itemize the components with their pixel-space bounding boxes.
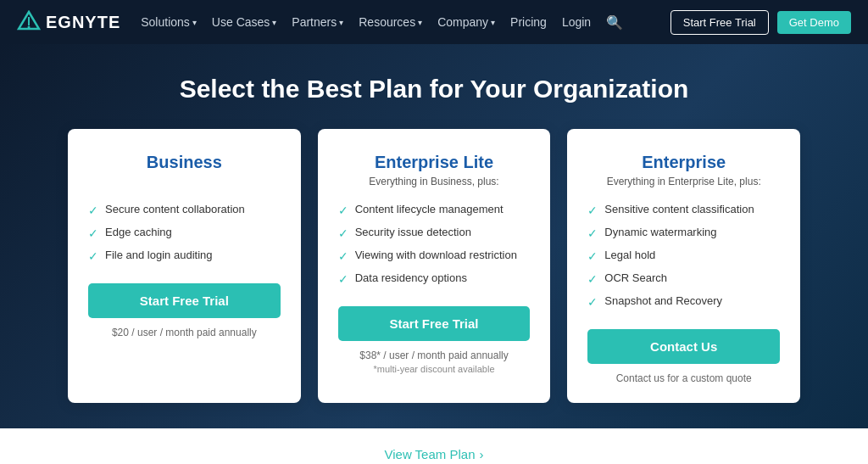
logo-text: EGNYTE [46, 13, 120, 32]
chevron-down-icon: ▾ [491, 18, 495, 27]
chevron-down-icon: ▾ [339, 18, 343, 27]
nav-links: Solutions ▾ Use Cases ▾ Partners ▾ Resou… [141, 14, 650, 31]
list-item: ✓ Legal hold [587, 249, 780, 263]
check-icon: ✓ [587, 249, 598, 263]
check-icon: ✓ [338, 249, 348, 263]
list-item: ✓ Snapshot and Recovery [587, 294, 780, 309]
check-icon: ✓ [338, 272, 348, 286]
logo[interactable]: EGNYTE [17, 10, 120, 34]
list-item: ✓ Secure content collaboration [88, 203, 281, 217]
list-item: ✓ Content lifecycle management [338, 203, 531, 217]
enterprise-lite-plan-subtitle: Everything in Business, plus: [338, 176, 531, 187]
enterprise-price-note: Contact us for a custom quote [587, 372, 780, 384]
list-item: ✓ Viewing with download restriction [338, 249, 531, 263]
view-team-plan-link[interactable]: View Team Plan › [384, 447, 483, 461]
check-icon: ✓ [88, 249, 98, 263]
list-item: ✓ Sensitive content classification [587, 203, 780, 217]
chevron-down-icon: ▾ [272, 18, 276, 27]
nav-use-cases[interactable]: Use Cases ▾ [212, 15, 276, 29]
check-icon: ✓ [338, 226, 348, 240]
list-item: ✓ Edge caching [88, 226, 281, 240]
business-plan-subtitle [88, 176, 281, 187]
chevron-down-icon: ▾ [192, 18, 197, 27]
nav-pricing[interactable]: Pricing [510, 15, 547, 29]
enterprise-lite-feature-list: ✓ Content lifecycle management ✓ Securit… [338, 203, 531, 286]
check-icon: ✓ [587, 295, 598, 309]
pricing-cards: Business ✓ Secure content collaboration … [17, 129, 851, 403]
check-icon: ✓ [338, 204, 348, 217]
business-plan-card: Business ✓ Secure content collaboration … [68, 129, 301, 403]
business-plan-title: Business [88, 153, 281, 172]
nav-resources[interactable]: Resources ▾ [359, 15, 422, 29]
enterprise-lite-cta-button[interactable]: Start Free Trial [338, 306, 531, 341]
check-icon: ✓ [88, 204, 98, 217]
nav-start-free-trial-button[interactable]: Start Free Trial [670, 10, 769, 35]
nav-company[interactable]: Company ▾ [437, 15, 495, 29]
list-item: ✓ Security issue detection [338, 226, 531, 240]
nav-partners[interactable]: Partners ▾ [292, 15, 343, 29]
business-price-note: $20 / user / month paid annually [88, 327, 281, 338]
navbar: EGNYTE Solutions ▾ Use Cases ▾ Partners … [0, 0, 868, 44]
nav-login[interactable]: Login [562, 15, 591, 29]
view-team-plan-section: View Team Plan › [0, 428, 868, 464]
business-cta-button[interactable]: Start Free Trial [88, 283, 281, 318]
enterprise-lite-plan-card: Enterprise Lite Everything in Business, … [318, 129, 551, 403]
list-item: ✓ File and login auditing [88, 249, 281, 263]
check-icon: ✓ [587, 226, 598, 240]
list-item: ✓ Data residency options [338, 271, 531, 286]
list-item: ✓ Dynamic watermarking [587, 226, 780, 240]
search-icon[interactable]: 🔍 [606, 14, 623, 31]
arrow-icon: › [480, 447, 484, 461]
check-icon: ✓ [587, 204, 598, 217]
enterprise-plan-subtitle: Everything in Enterprise Lite, plus: [587, 176, 780, 187]
hero-title: Select the Best Plan for Your Organizati… [17, 75, 851, 103]
enterprise-plan-title: Enterprise [587, 153, 780, 172]
chevron-down-icon: ▾ [418, 18, 422, 27]
nav-cta-buttons: Start Free Trial Get Demo [670, 10, 851, 35]
check-icon: ✓ [88, 226, 98, 240]
business-feature-list: ✓ Secure content collaboration ✓ Edge ca… [88, 203, 281, 263]
nav-get-demo-button[interactable]: Get Demo [777, 11, 851, 34]
enterprise-plan-card: Enterprise Everything in Enterprise Lite… [567, 129, 800, 403]
hero-section: Select the Best Plan for Your Organizati… [0, 44, 868, 428]
svg-point-2 [28, 26, 31, 29]
list-item: ✓ OCR Search [587, 271, 780, 286]
check-icon: ✓ [587, 272, 598, 286]
enterprise-lite-price-note: $38* / user / month paid annually *multi… [338, 349, 531, 374]
enterprise-cta-button[interactable]: Contact Us [587, 329, 780, 364]
enterprise-feature-list: ✓ Sensitive content classification ✓ Dyn… [587, 203, 780, 309]
enterprise-lite-plan-title: Enterprise Lite [338, 153, 531, 172]
nav-solutions[interactable]: Solutions ▾ [141, 15, 197, 29]
